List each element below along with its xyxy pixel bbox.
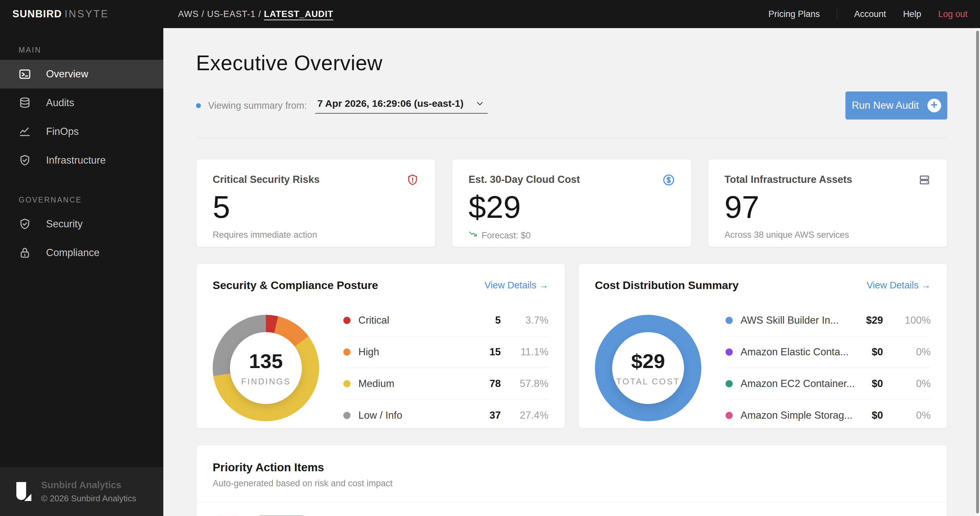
brand-primary: SUNBIRD: [13, 8, 62, 20]
kpi-title: Est. 30-Day Cloud Cost: [468, 174, 580, 186]
scrollbar-thumb[interactable]: [976, 31, 979, 513]
line-chart-icon: [19, 125, 31, 138]
sidebar-item-finops[interactable]: FinOps: [0, 117, 163, 146]
findings-label: FINDINGS: [241, 376, 291, 387]
priority-item-row: CRITICAL AWSLAMBDA Potential secret foun…: [196, 503, 947, 516]
kpi-title: Critical Security Risks: [213, 174, 320, 186]
total-cost-value: $29: [631, 349, 665, 373]
sidebar-item-label: Audits: [46, 97, 74, 109]
legend-dot: [343, 317, 350, 324]
trending-down-icon: [468, 230, 477, 241]
database-icon: [19, 97, 31, 109]
legend-row-low-info: Low / Info 37 27.4%: [343, 399, 549, 431]
kpi-card-infrastructure-assets: Total Infrastructure Assets 97 Across 38…: [708, 159, 947, 247]
dollar-circle-icon: [662, 174, 675, 186]
priority-action-items-card: Priority Action Items Auto-generated bas…: [196, 445, 947, 516]
chevron-down-icon: [475, 99, 484, 108]
legend-row-ec2-container: Amazon EC2 Container... $0 0%: [725, 368, 931, 399]
security-posture-card: Security & Compliance Posture View Detai…: [196, 264, 565, 429]
legend-row-simple-storage: Amazon Simple Storag... $0 0%: [725, 399, 931, 431]
legend-dot: [725, 412, 733, 419]
kpi-card-critical-risks: Critical Security Risks 5 Requires immed…: [196, 159, 436, 247]
breadcrumb: AWS / US-EAST-1 / LATEST_AUDIT: [178, 9, 334, 19]
page-title: Executive Overview: [196, 51, 947, 75]
total-cost-label: TOTAL COST: [616, 376, 680, 387]
kpi-title: Total Infrastructure Assets: [725, 174, 852, 186]
kpi-value: 97: [725, 191, 931, 223]
view-details-link[interactable]: View Details →: [484, 280, 549, 291]
terminal-icon: [19, 68, 31, 80]
findings-total: 135: [249, 349, 283, 373]
kpi-row: Critical Security Risks 5 Requires immed…: [196, 159, 947, 247]
posture-legend: Critical 5 3.7% High 15 11.1% Medium 78: [343, 305, 549, 431]
legend-row-critical: Critical 5 3.7%: [343, 305, 549, 336]
plus-icon: +: [928, 98, 941, 112]
header-divider: [196, 138, 947, 138]
kpi-value: 5: [213, 191, 419, 223]
company-logo-icon: [16, 482, 31, 501]
sidebar-item-infrastructure[interactable]: Infrastructure: [0, 146, 163, 175]
copyright-text: © 2026 Sunbird Analytics: [41, 494, 136, 503]
sidebar-item-label: FinOps: [46, 126, 79, 138]
donut-center: 135 FINDINGS: [230, 332, 302, 404]
company-name: Sunbird Analytics: [41, 480, 136, 491]
sidebar-section-main: MAIN: [19, 46, 163, 54]
kpi-card-cloud-cost: Est. 30-Day Cloud Cost $29 Forecast: $0: [452, 159, 691, 247]
audit-date-value: 7 Apr 2026, 16:29:06 (us-east-1): [317, 98, 463, 109]
shield-check-icon: [19, 218, 31, 230]
sidebar: MAIN Overview Audits FinOps Infrastructu…: [0, 28, 163, 516]
breadcrumb-current-link[interactable]: LATEST_AUDIT: [264, 9, 334, 19]
brand-secondary: INSYTE: [65, 8, 109, 20]
top-right-menu: Pricing Plans Account Help Log out: [768, 7, 980, 21]
cost-legend: AWS Skill Builder In... $29 100% Amazon …: [725, 305, 931, 431]
sidebar-section-governance: GOVERNANCE: [19, 195, 163, 205]
controls-row: Viewing summary from: 7 Apr 2026, 16:29:…: [196, 91, 947, 119]
help-link[interactable]: Help: [903, 9, 921, 19]
kpi-subtitle: Forecast: $0: [468, 230, 675, 241]
sidebar-item-label: Infrastructure: [46, 154, 106, 166]
sidebar-item-security[interactable]: Security: [0, 210, 163, 238]
sidebar-footer: Sunbird Analytics © 2026 Sunbird Analyti…: [0, 467, 163, 516]
sidebar-item-overview[interactable]: Overview: [0, 60, 163, 89]
logout-link[interactable]: Log out: [938, 9, 967, 19]
priority-subtitle: Auto-generated based on risk and cost im…: [213, 478, 931, 489]
sidebar-item-audits[interactable]: Audits: [0, 89, 163, 117]
lock-icon: [19, 246, 31, 259]
priority-title: Priority Action Items: [213, 461, 931, 474]
vertical-scrollbar[interactable]: [975, 28, 980, 516]
server-icon: [918, 174, 931, 186]
legend-row-elastic-container: Amazon Elastic Conta... $0 0%: [725, 336, 931, 368]
sidebar-item-label: Compliance: [46, 247, 100, 259]
legend-dot: [343, 348, 350, 356]
sidebar-item-label: Security: [46, 218, 83, 230]
sidebar-item-label: Overview: [46, 68, 88, 80]
cost-donut-chart: $29 TOTAL COST: [595, 315, 702, 421]
kpi-subtitle: Across 38 unique AWS services: [725, 230, 931, 240]
legend-dot: [725, 380, 733, 387]
donut-center: $29 TOTAL COST: [612, 332, 684, 404]
top-bar: SUNBIRDINSYTE AWS / US-EAST-1 / LATEST_A…: [0, 0, 980, 28]
sidebar-item-compliance[interactable]: Compliance: [0, 238, 163, 267]
pricing-plans-link[interactable]: Pricing Plans: [768, 9, 820, 19]
legend-row-medium: Medium 78 57.8%: [343, 368, 549, 399]
breadcrumb-prefix: AWS / US-EAST-1 /: [178, 9, 264, 19]
card-title: Security & Compliance Posture: [213, 279, 378, 292]
sidebar-footer-text: Sunbird Analytics © 2026 Sunbird Analyti…: [41, 480, 136, 503]
legend-dot: [725, 317, 733, 324]
shield-check-icon: [19, 154, 31, 167]
charts-row: Security & Compliance Posture View Detai…: [196, 264, 947, 429]
legend-row-skill-builder: AWS Skill Builder In... $29 100%: [725, 305, 931, 336]
account-link[interactable]: Account: [854, 9, 886, 19]
brand-logo[interactable]: SUNBIRDINSYTE: [0, 8, 163, 20]
run-new-audit-button[interactable]: Run New Audit +: [845, 91, 947, 119]
kpi-forecast-text: Forecast: $0: [482, 230, 530, 241]
posture-donut-chart: 135 FINDINGS: [213, 315, 319, 421]
legend-dot: [343, 380, 350, 387]
view-details-link[interactable]: View Details →: [867, 280, 931, 291]
audit-date-select[interactable]: 7 Apr 2026, 16:29:06 (us-east-1): [315, 97, 487, 114]
shield-alert-icon: [406, 174, 419, 186]
run-new-audit-label: Run New Audit: [852, 100, 919, 111]
cost-distribution-card: Cost Distribution Summary View Details →…: [578, 264, 947, 429]
status-dot: [196, 103, 201, 108]
viewing-summary-label: Viewing summary from:: [208, 100, 307, 111]
